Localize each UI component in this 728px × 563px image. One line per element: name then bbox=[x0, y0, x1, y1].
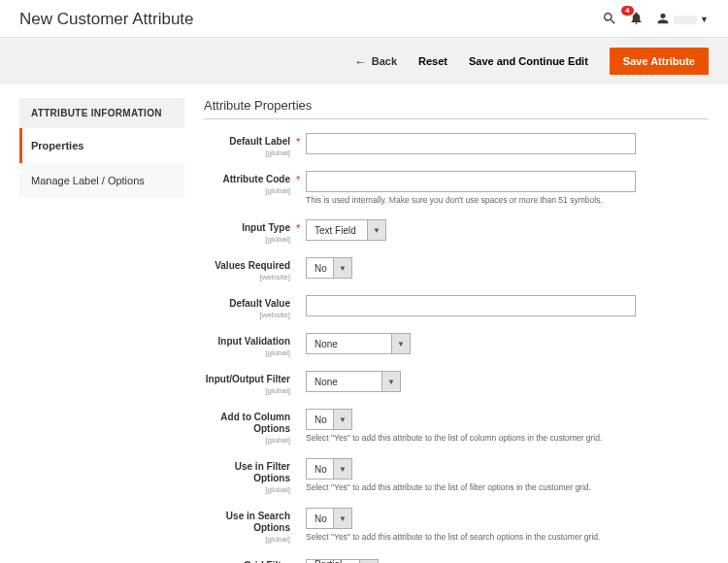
label-values-required: Values Required bbox=[204, 260, 290, 272]
back-button[interactable]: ← Back bbox=[354, 54, 397, 69]
attribute-code-input[interactable] bbox=[306, 171, 636, 192]
notifications-button[interactable]: 4 bbox=[629, 11, 644, 28]
filter-options-select[interactable]: No ▼ bbox=[306, 458, 352, 480]
filter-options-help: Select "Yes" to add this attribute to th… bbox=[306, 482, 636, 493]
admin-name bbox=[674, 16, 697, 24]
attribute-code-help: This is used internally. Make sure you d… bbox=[306, 195, 636, 206]
search-options-select[interactable]: No ▼ bbox=[306, 508, 352, 529]
add-column-select[interactable]: No ▼ bbox=[306, 409, 352, 430]
io-filter-select[interactable]: None ▼ bbox=[306, 371, 401, 392]
section-title: Attribute Properties bbox=[204, 98, 709, 119]
search-options-help: Select "Yes" to add this attribute to th… bbox=[306, 532, 636, 543]
label-filter-options: Use in Filter Options bbox=[204, 461, 290, 484]
label-attribute-code: Attribute Code bbox=[204, 174, 290, 185]
grid-filter-select[interactable]: Partial Match ▼ bbox=[306, 559, 379, 563]
save-continue-button[interactable]: Save and Continue Edit bbox=[469, 55, 588, 67]
label-input-validation: Input Validation bbox=[204, 336, 290, 348]
label-io-filter: Input/Output Filter bbox=[204, 374, 290, 385]
notification-badge: 4 bbox=[621, 6, 633, 16]
chevron-down-icon: ▼ bbox=[334, 410, 351, 429]
default-label-input[interactable] bbox=[306, 133, 636, 154]
chevron-down-icon: ▼ bbox=[382, 372, 400, 391]
chevron-down-icon: ▼ bbox=[392, 334, 410, 353]
arrow-left-icon: ← bbox=[354, 54, 367, 69]
chevron-down-icon: ▼ bbox=[700, 15, 709, 24]
input-validation-select[interactable]: None ▼ bbox=[306, 333, 411, 354]
sidebar-item-properties[interactable]: Properties bbox=[19, 128, 184, 163]
account-menu[interactable]: ▼ bbox=[655, 11, 709, 28]
chevron-down-icon: ▼ bbox=[368, 220, 385, 240]
label-search-options: Use in Search Options bbox=[204, 511, 290, 534]
user-icon bbox=[655, 11, 671, 28]
default-value-input[interactable] bbox=[306, 295, 636, 316]
bell-icon bbox=[629, 15, 644, 28]
values-required-select[interactable]: No ▼ bbox=[306, 257, 352, 279]
reset-button[interactable]: Reset bbox=[418, 55, 447, 67]
search-icon[interactable] bbox=[602, 11, 617, 29]
back-label: Back bbox=[372, 55, 397, 67]
chevron-down-icon: ▼ bbox=[334, 459, 351, 479]
label-input-type: Input Type bbox=[204, 222, 290, 234]
chevron-down-icon: ▼ bbox=[334, 258, 351, 278]
add-column-help: Select "Yes" to add this attribute to th… bbox=[306, 433, 636, 444]
save-button[interactable]: Save Attribute bbox=[610, 48, 709, 75]
sidebar-item-manage-labels[interactable]: Manage Label / Options bbox=[19, 163, 184, 198]
label-default-label: Default Label bbox=[204, 136, 290, 148]
sidebar-heading: ATTRIBUTE INFORMATION bbox=[19, 98, 184, 128]
input-type-select[interactable]: Text Field ▼ bbox=[306, 219, 386, 241]
label-add-column: Add to Column Options bbox=[204, 412, 290, 435]
label-default-value: Default Value bbox=[204, 298, 290, 310]
chevron-down-icon: ▼ bbox=[334, 509, 351, 528]
page-title: New Customer Attribute bbox=[19, 10, 602, 29]
